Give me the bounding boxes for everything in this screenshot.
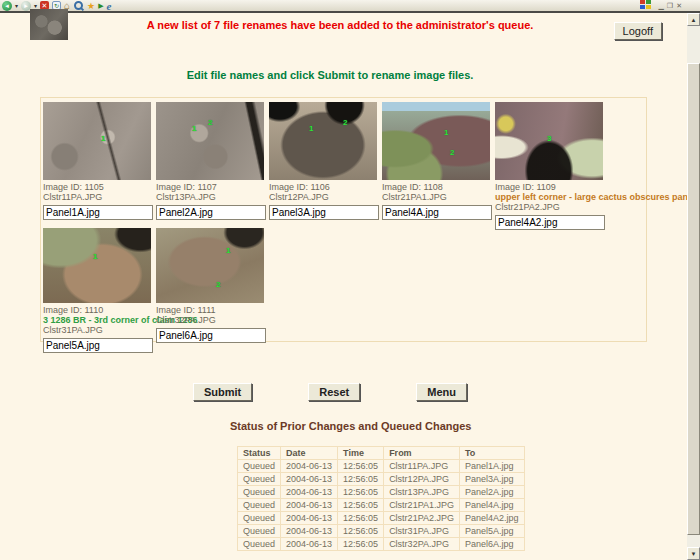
col-status: Status bbox=[238, 447, 281, 460]
card-row-2: 1 Image ID: 1110 3 1286 BR - 3rd corner … bbox=[43, 228, 646, 353]
petroglyph-thumbnail: 1 2 bbox=[156, 228, 264, 303]
new-filename-input[interactable] bbox=[43, 338, 153, 353]
scrollbar-thumb[interactable] bbox=[687, 63, 700, 535]
ie-logo-icon: e bbox=[107, 0, 112, 12]
image-id-label: Image ID: 1109 bbox=[495, 182, 645, 192]
original-filename-label: Clstr13PA.JPG bbox=[156, 192, 269, 202]
table-row: Queued2004-06-1312:56:05Clstr11PA.JPGPan… bbox=[238, 460, 525, 473]
new-filename-input[interactable] bbox=[382, 205, 492, 220]
image-card: 1 2 Image ID: 1106 Clstr12PA.JPG bbox=[269, 102, 382, 220]
window-controls: ▁ ❐ ✕ bbox=[658, 2, 682, 9]
photo-marker: 3 bbox=[547, 134, 551, 143]
original-filename-label: Clstr32PA.JPG bbox=[156, 315, 269, 325]
browser-window: ◂ ▾ ▸ ▾ ✕ ↻ ⌂ ★ ▶ e ▁ ❐ ✕ A new list of … bbox=[0, 0, 700, 560]
photo-marker: 1 bbox=[309, 124, 313, 133]
table-row: Queued2004-06-1312:56:05Clstr12PA.JPGPan… bbox=[238, 473, 525, 486]
new-filename-input[interactable] bbox=[156, 328, 266, 343]
status-heading: Status of Prior Changes and Queued Chang… bbox=[230, 420, 471, 432]
new-filename-input[interactable] bbox=[495, 215, 605, 230]
photo-marker: 2 bbox=[208, 118, 212, 127]
photo-marker: 1 bbox=[226, 246, 230, 255]
image-card: 1 2 Image ID: 1107 Clstr13PA.JPG bbox=[156, 102, 269, 220]
back-icon[interactable]: ◂ bbox=[2, 1, 12, 11]
windows-logo-icon bbox=[640, 0, 652, 11]
new-filename-input[interactable] bbox=[43, 205, 153, 220]
close-icon[interactable]: ✕ bbox=[676, 2, 682, 9]
original-filename-label: Clstr12PA.JPG bbox=[269, 192, 382, 202]
media-icon[interactable]: ▶ bbox=[98, 2, 103, 10]
photo-marker: 2 bbox=[216, 280, 220, 289]
logoff-button[interactable]: Logoff bbox=[614, 22, 662, 40]
col-to: To bbox=[459, 447, 524, 460]
favorites-icon[interactable]: ★ bbox=[87, 1, 95, 11]
menu-button[interactable]: Menu bbox=[416, 383, 467, 401]
image-card: 1 2 Image ID: 1111 Clstr32PA.JPG bbox=[156, 228, 269, 343]
table-row: Queued2004-06-1312:56:05Clstr32PA.JPGPan… bbox=[238, 538, 525, 551]
petroglyph-thumbnail: 1 2 bbox=[269, 102, 377, 180]
original-filename-label: Clstr31PA.JPG bbox=[43, 325, 156, 335]
image-id-label: Image ID: 1105 bbox=[43, 182, 156, 192]
image-note: 3 1286 BR - 3rd corner of claim 1286 bbox=[43, 315, 156, 325]
petroglyph-thumbnail: 1 2 bbox=[156, 102, 264, 180]
scroll-down-icon[interactable]: ▼ bbox=[687, 547, 700, 560]
image-card: 3 Image ID: 1109 upper left corner - lar… bbox=[495, 102, 645, 230]
petroglyph-thumbnail: 1 2 bbox=[382, 102, 490, 180]
table-row: Queued2004-06-1312:56:05Clstr21PA1.JPGPa… bbox=[238, 499, 525, 512]
photo-marker: 1 bbox=[93, 252, 97, 261]
edit-instruction: Edit file names and click Submit to rena… bbox=[0, 69, 660, 81]
col-date: Date bbox=[281, 447, 338, 460]
image-id-label: Image ID: 1107 bbox=[156, 182, 269, 192]
photo-marker: 1 bbox=[101, 134, 105, 143]
scroll-up-icon[interactable]: ▲ bbox=[687, 13, 700, 26]
col-from: From bbox=[384, 447, 460, 460]
table-row: Queued2004-06-1312:56:05Clstr21PA2.JPGPa… bbox=[238, 512, 525, 525]
table-header-row: Status Date Time From To bbox=[238, 447, 525, 460]
action-button-row: Submit Reset Menu bbox=[0, 383, 660, 401]
reset-button[interactable]: Reset bbox=[308, 383, 360, 401]
vertical-scrollbar[interactable]: ▲ ▼ bbox=[687, 13, 700, 560]
new-filename-input[interactable] bbox=[269, 205, 379, 220]
toolbar-icons: ◂ ▾ ▸ ▾ ✕ ↻ ⌂ ★ ▶ e bbox=[2, 0, 640, 12]
image-card: 1 Image ID: 1110 3 1286 BR - 3rd corner … bbox=[43, 228, 156, 353]
browser-toolbar: ◂ ▾ ▸ ▾ ✕ ↻ ⌂ ★ ▶ e ▁ ❐ ✕ bbox=[0, 0, 700, 13]
photo-marker: 1 bbox=[192, 124, 196, 133]
image-id-label: Image ID: 1110 bbox=[43, 305, 156, 315]
image-note: upper left corner - large cactus obscure… bbox=[495, 192, 645, 202]
photo-marker: 2 bbox=[343, 118, 347, 127]
new-filename-input[interactable] bbox=[156, 205, 266, 220]
submit-button[interactable]: Submit bbox=[193, 383, 252, 401]
image-card: 1 2 Image ID: 1108 Clstr21PA1.JPG bbox=[382, 102, 495, 220]
photo-marker: 2 bbox=[450, 148, 454, 157]
minimize-icon[interactable]: ▁ bbox=[658, 2, 663, 9]
petroglyph-thumbnail: 1 bbox=[43, 102, 151, 180]
col-time: Time bbox=[338, 447, 384, 460]
forward-dropdown-icon[interactable]: ▾ bbox=[34, 2, 37, 9]
image-card: 1 Image ID: 1105 Clstr11PA.JPG bbox=[43, 102, 156, 220]
photo-marker: 1 bbox=[444, 128, 448, 137]
back-dropdown-icon[interactable]: ▾ bbox=[15, 2, 18, 9]
petroglyph-thumbnail: 3 bbox=[495, 102, 603, 180]
queue-status-table: Status Date Time From To Queued2004-06-1… bbox=[237, 446, 525, 551]
queue-alert-message: A new list of 7 file renames have been a… bbox=[60, 19, 620, 31]
header-thumbnail bbox=[30, 9, 68, 40]
maximize-icon[interactable]: ❐ bbox=[667, 2, 673, 9]
image-id-label: Image ID: 1111 bbox=[156, 305, 269, 315]
image-card-grid: 1 Image ID: 1105 Clstr11PA.JPG 1 2 Image… bbox=[40, 97, 647, 342]
original-filename-label: Clstr21PA2.JPG bbox=[495, 202, 645, 212]
table-row: Queued2004-06-1312:56:05Clstr13PA.JPGPan… bbox=[238, 486, 525, 499]
petroglyph-thumbnail: 1 bbox=[43, 228, 151, 303]
image-id-label: Image ID: 1106 bbox=[269, 182, 382, 192]
search-icon[interactable] bbox=[73, 0, 84, 11]
original-filename-label: Clstr21PA1.JPG bbox=[382, 192, 495, 202]
card-row-1: 1 Image ID: 1105 Clstr11PA.JPG 1 2 Image… bbox=[43, 102, 646, 224]
table-row: Queued2004-06-1312:56:05Clstr31PA.JPGPan… bbox=[238, 525, 525, 538]
original-filename-label: Clstr11PA.JPG bbox=[43, 192, 156, 202]
image-id-label: Image ID: 1108 bbox=[382, 182, 495, 192]
